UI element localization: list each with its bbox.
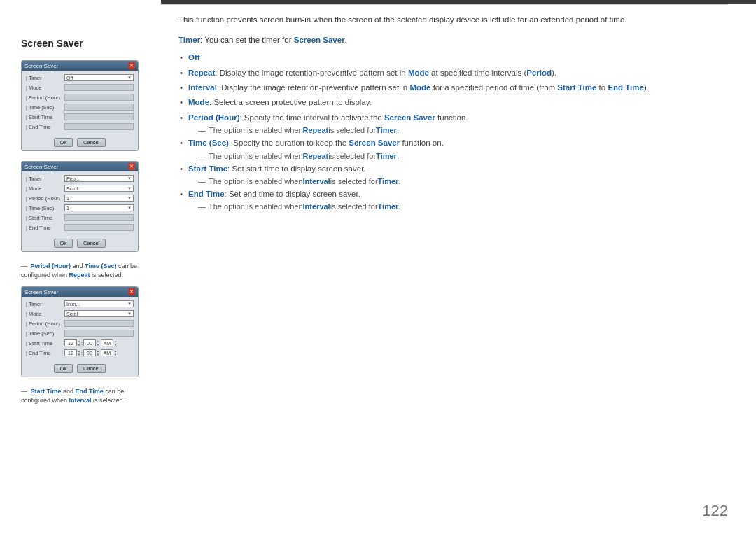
note-2: — Start Time and End Time can be configu… bbox=[21, 387, 140, 405]
dialog-value-mode-3[interactable]: Scroll ▼ bbox=[64, 310, 134, 317]
dialog-cancel-btn-3[interactable]: Cancel bbox=[77, 364, 106, 373]
dialog-close-btn-3[interactable]: ✕ bbox=[128, 288, 135, 295]
list-item-timesec: Time (Sec): Specify the duration to keep… bbox=[178, 136, 728, 149]
dialog-value-start-2 bbox=[64, 214, 134, 221]
dialog-row-end-1: | End Time bbox=[26, 122, 134, 131]
dialog-body-2: | Timer Rep... ▼ | Mode Scroll ▼ | Perio… bbox=[22, 171, 138, 236]
dialog-value-mode-2[interactable]: Scroll ▼ bbox=[64, 185, 134, 192]
list-item-mode: Mode: Select a screen protective pattern… bbox=[178, 96, 728, 108]
dialog-label-mode-1: | Mode bbox=[26, 85, 64, 91]
dialog-value-timer-1[interactable]: Off ▼ bbox=[64, 74, 134, 81]
dialog-value-period-2[interactable]: 1 ▼ bbox=[64, 195, 134, 202]
start-min-down[interactable]: ▼ bbox=[97, 343, 99, 346]
dialog-footer-1: Ok Cancel bbox=[22, 135, 138, 150]
list-item-repeat: Repeat: Display the image retention-prev… bbox=[178, 66, 728, 79]
dialog-cancel-btn-1[interactable]: Cancel bbox=[77, 138, 106, 147]
dialog-close-btn-2[interactable]: ✕ bbox=[128, 163, 135, 170]
dialog-titlebar-3: Screen Saver ✕ bbox=[22, 287, 138, 297]
dialog-title-1: Screen Saver bbox=[24, 63, 58, 69]
dialog-row-start-2: | Start Time bbox=[26, 213, 134, 222]
dialog-body-1: | Timer Off ▼ | Mode | Period (Hour) | T… bbox=[22, 71, 138, 135]
dialog-label-start-2: | Start Time bbox=[26, 215, 64, 221]
list-item-endtime: End Time: Set end time to display screen… bbox=[178, 188, 728, 200]
end-hour-arrows[interactable]: ▲ ▼ bbox=[78, 349, 80, 356]
dialog-value-timer-3[interactable]: Inter... ▼ bbox=[64, 300, 134, 307]
dialog-label-period-2: | Period (Hour) bbox=[26, 195, 64, 202]
dropdown-arrow-mode-3: ▼ bbox=[127, 311, 132, 316]
dialog-label-time-2: | Time (Sec) bbox=[26, 205, 64, 211]
dialog-row-mode-1: | Mode bbox=[26, 83, 134, 92]
dialog-label-end-3: | End Time bbox=[26, 350, 64, 356]
dialog-value-mode-1 bbox=[64, 84, 134, 91]
dialog-body-3: | Timer Inter... ▼ | Mode Scroll ▼ | Per… bbox=[22, 297, 138, 361]
bullet-list-4: End Time: Set end time to display screen… bbox=[178, 188, 728, 200]
dropdown-arrow: ▼ bbox=[127, 76, 132, 80]
start-hour-down[interactable]: ▼ bbox=[78, 343, 80, 346]
dialog-label-end-1: | End Time bbox=[26, 124, 64, 130]
dialog-row-period-2: | Period (Hour) 1 ▼ bbox=[26, 194, 134, 202]
start-ampm[interactable]: AM bbox=[101, 339, 113, 346]
dialog-cancel-btn-2[interactable]: Cancel bbox=[77, 239, 106, 248]
end-min-down[interactable]: ▼ bbox=[97, 353, 99, 356]
bullet-list-2: Time (Sec): Specify the duration to keep… bbox=[178, 136, 728, 149]
start-hour-arrows[interactable]: ▲ ▼ bbox=[78, 339, 80, 346]
end-hour-down[interactable]: ▼ bbox=[78, 353, 80, 356]
dialog-label-mode-3: | Mode bbox=[26, 311, 64, 317]
dialog-label-time-3: | Time (Sec) bbox=[26, 330, 64, 337]
dialog-row-end-2: | End Time bbox=[26, 223, 134, 232]
dialog-label-period-1: | Period (Hour) bbox=[26, 94, 64, 101]
end-ampm-down[interactable]: ▼ bbox=[114, 353, 117, 356]
dialog-row-time-3: | Time (Sec) bbox=[26, 329, 134, 337]
dialog-value-timer-2[interactable]: Rep... ▼ bbox=[64, 175, 134, 182]
start-ampm-down[interactable]: ▼ bbox=[114, 343, 117, 346]
start-hour-spinner[interactable]: 12 bbox=[64, 339, 77, 346]
list-item-off: Off bbox=[178, 51, 728, 64]
note-1: — Period (Hour) and Time (Sec) can be co… bbox=[21, 262, 140, 279]
sub-note-endtime: — The option is enabled when Interval is… bbox=[178, 202, 728, 211]
dialog-value-period-1 bbox=[64, 94, 134, 101]
start-min-spinner[interactable]: 00 bbox=[83, 339, 96, 346]
dialog-row-time-2: | Time (Sec) 1 ▼ bbox=[26, 204, 134, 212]
dialog-row-period-3: | Period (Hour) bbox=[26, 319, 134, 328]
dialog-label-timer-1: | Timer bbox=[26, 75, 64, 81]
dialog-box-2: Screen Saver ✕ | Timer Rep... ▼ | Mode S… bbox=[21, 161, 139, 252]
dialog-value-period-3 bbox=[64, 320, 134, 327]
dialog-label-mode-2: | Mode bbox=[26, 185, 64, 192]
dialog-row-start-3: | Start Time 12 ▲ ▼ : 00 ▲ ▼ AM bbox=[26, 339, 134, 347]
sub-note-starttime: — The option is enabled when Interval is… bbox=[178, 177, 728, 185]
dialog-titlebar-1: Screen Saver ✕ bbox=[22, 61, 138, 71]
sub-note-timesec: — The option is enabled when Repeat is s… bbox=[178, 152, 728, 160]
bullet-list: Off Repeat: Display the image retention-… bbox=[178, 51, 728, 124]
dialog-row-time-1: | Time (Sec) bbox=[26, 103, 134, 111]
start-min-arrows[interactable]: ▲ ▼ bbox=[97, 339, 99, 346]
right-panel: This function prevents screen burn-in wh… bbox=[178, 14, 728, 506]
dialog-row-end-3: | End Time 12 ▲ ▼ : 00 ▲ ▼ AM bbox=[26, 349, 134, 357]
dialog-label-time-1: | Time (Sec) bbox=[26, 104, 64, 111]
dialog-row-period-1: | Period (Hour) bbox=[26, 93, 134, 101]
dialog-titlebar-2: Screen Saver ✕ bbox=[22, 162, 138, 171]
end-hour-spinner[interactable]: 12 bbox=[64, 349, 77, 356]
dialog-ok-btn-2[interactable]: Ok bbox=[54, 239, 74, 248]
dialog-row-mode-3: | Mode Scroll ▼ bbox=[26, 309, 134, 318]
dropdown-arrow-time-2: ▼ bbox=[127, 206, 132, 210]
dialog-box-1: Screen Saver ✕ | Timer Off ▼ | Mode | Pe… bbox=[21, 60, 139, 151]
end-ampm[interactable]: AM bbox=[101, 349, 113, 356]
dialog-label-period-3: | Period (Hour) bbox=[26, 321, 64, 327]
dialog-ok-btn-3[interactable]: Ok bbox=[54, 364, 74, 373]
start-ampm-arrows[interactable]: ▲ ▼ bbox=[114, 339, 117, 346]
end-ampm-arrows[interactable]: ▲ ▼ bbox=[114, 349, 117, 356]
end-min-spinner[interactable]: 00 bbox=[83, 349, 96, 356]
dropdown-arrow-2: ▼ bbox=[127, 176, 132, 181]
dialog-label-start-3: | Start Time bbox=[26, 340, 64, 346]
dialog-label-end-2: | End Time bbox=[26, 225, 64, 231]
dialog-close-btn-1[interactable]: ✕ bbox=[128, 62, 135, 69]
end-min-arrows[interactable]: ▲ ▼ bbox=[97, 349, 99, 356]
section-title: Screen Saver bbox=[21, 38, 140, 49]
dialog-value-time-3 bbox=[64, 330, 134, 337]
timer-paragraph: Timer: You can set the timer for Screen … bbox=[178, 36, 728, 44]
dialog-title-3: Screen Saver bbox=[24, 289, 58, 295]
dialog-ok-btn-1[interactable]: Ok bbox=[54, 138, 74, 147]
dialog-value-time-2[interactable]: 1 ▼ bbox=[64, 204, 134, 211]
dialog-footer-3: Ok Cancel bbox=[22, 361, 138, 377]
dialog-row-start-1: | Start Time bbox=[26, 113, 134, 121]
